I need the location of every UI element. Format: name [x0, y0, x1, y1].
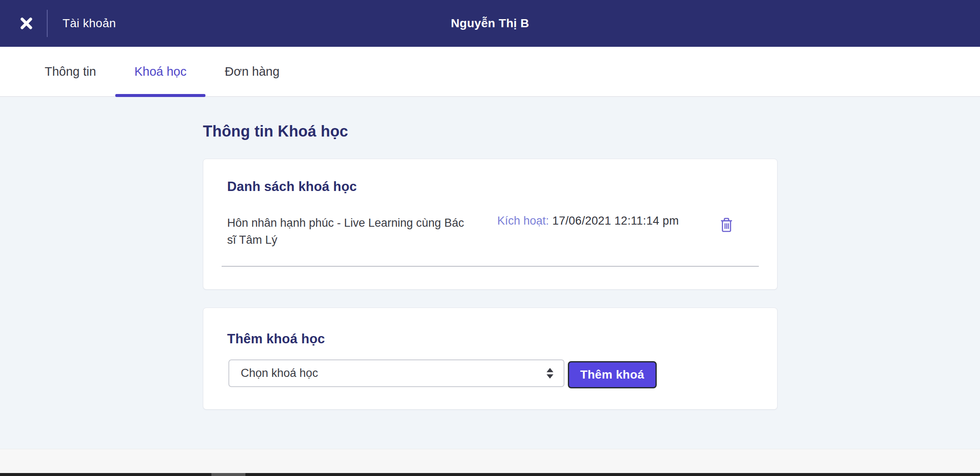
- course-select[interactable]: Chọn khoá học: [228, 359, 564, 387]
- lower-background-strip: [0, 449, 980, 473]
- add-course-card-title: Thêm khoá học: [227, 331, 325, 347]
- account-modal-screen: Tài khoản Nguyễn Thị B Thông tin Khoá họ…: [0, 0, 980, 476]
- select-stepper-icon: [547, 368, 553, 379]
- add-course-button[interactable]: Thêm khoá: [568, 361, 657, 388]
- course-list-card-title: Danh sách khoá học: [227, 179, 357, 194]
- horizontal-scrollbar-thumb[interactable]: [211, 473, 245, 476]
- delete-course-button[interactable]: [717, 216, 736, 234]
- tab-don-hang[interactable]: Đơn hàng: [205, 47, 299, 96]
- course-list-card: Danh sách khoá học Hôn nhân hạnh phúc - …: [203, 159, 778, 290]
- activation-time: 17/06/2021 12:11:14 pm: [553, 214, 679, 227]
- horizontal-scrollbar-track[interactable]: [0, 473, 980, 476]
- page-title: Thông tin Khoá học: [203, 123, 348, 140]
- course-activation: Kích hoạt:17/06/2021 12:11:14 pm: [497, 214, 679, 228]
- tab-bar: Thông tin Khoá học Đơn hàng: [0, 47, 980, 97]
- trash-icon: [720, 217, 733, 233]
- header-bar: Tài khoản Nguyễn Thị B: [0, 0, 980, 47]
- course-select-value: Chọn khoá học: [241, 367, 547, 380]
- header-username: Nguyễn Thị B: [0, 0, 980, 47]
- course-name: Hôn nhân hạnh phúc - Live Learning cùng …: [227, 214, 474, 248]
- tab-thong-tin[interactable]: Thông tin: [26, 47, 115, 96]
- tab-khoa-hoc[interactable]: Khoá học: [115, 47, 206, 96]
- activation-label: Kích hoạt:: [497, 214, 549, 227]
- add-course-card: Thêm khoá học Chọn khoá học Thêm khoá: [203, 308, 778, 410]
- course-row-divider: [222, 266, 759, 267]
